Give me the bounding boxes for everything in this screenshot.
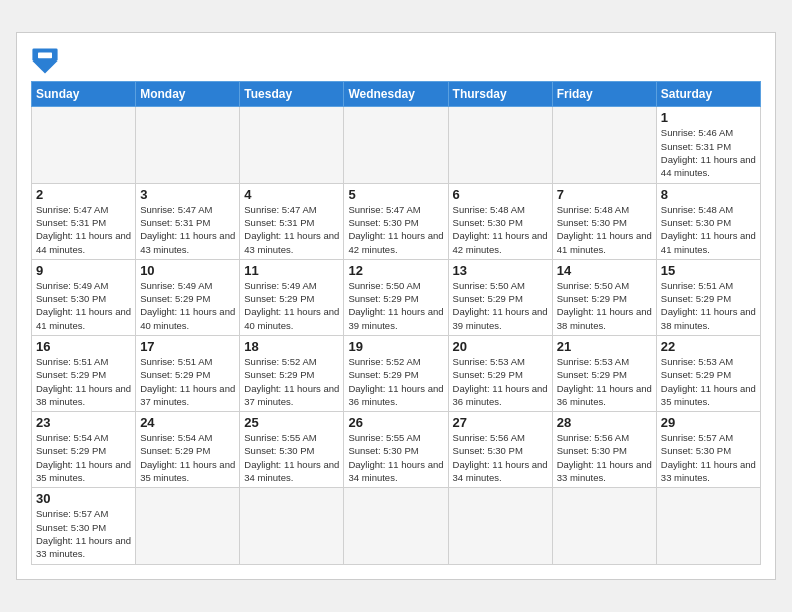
- day-cell: [32, 107, 136, 183]
- day-cell: 7Sunrise: 5:48 AMSunset: 5:30 PMDaylight…: [552, 183, 656, 259]
- cell-info: Sunrise: 5:51 AMSunset: 5:29 PMDaylight:…: [36, 355, 131, 408]
- day-number: 13: [453, 263, 548, 278]
- day-number: 2: [36, 187, 131, 202]
- day-cell: 11Sunrise: 5:49 AMSunset: 5:29 PMDayligh…: [240, 259, 344, 335]
- day-number: 14: [557, 263, 652, 278]
- cell-info: Sunrise: 5:47 AMSunset: 5:31 PMDaylight:…: [244, 203, 339, 256]
- day-cell: 14Sunrise: 5:50 AMSunset: 5:29 PMDayligh…: [552, 259, 656, 335]
- day-header-row: SundayMondayTuesdayWednesdayThursdayFrid…: [32, 82, 761, 107]
- day-number: 6: [453, 187, 548, 202]
- cell-info: Sunrise: 5:48 AMSunset: 5:30 PMDaylight:…: [453, 203, 548, 256]
- day-number: 9: [36, 263, 131, 278]
- week-row-2: 9Sunrise: 5:49 AMSunset: 5:30 PMDaylight…: [32, 259, 761, 335]
- day-number: 27: [453, 415, 548, 430]
- day-number: 4: [244, 187, 339, 202]
- day-number: 16: [36, 339, 131, 354]
- day-cell: 30Sunrise: 5:57 AMSunset: 5:30 PMDayligh…: [32, 488, 136, 564]
- day-number: 28: [557, 415, 652, 430]
- cell-info: Sunrise: 5:47 AMSunset: 5:31 PMDaylight:…: [140, 203, 235, 256]
- day-cell: 12Sunrise: 5:50 AMSunset: 5:29 PMDayligh…: [344, 259, 448, 335]
- day-cell: [656, 488, 760, 564]
- day-number: 26: [348, 415, 443, 430]
- day-cell: 2Sunrise: 5:47 AMSunset: 5:31 PMDaylight…: [32, 183, 136, 259]
- day-cell: [552, 107, 656, 183]
- day-cell: 1Sunrise: 5:46 AMSunset: 5:31 PMDaylight…: [656, 107, 760, 183]
- day-number: 22: [661, 339, 756, 354]
- day-cell: 21Sunrise: 5:53 AMSunset: 5:29 PMDayligh…: [552, 336, 656, 412]
- cell-info: Sunrise: 5:47 AMSunset: 5:31 PMDaylight:…: [36, 203, 131, 256]
- day-cell: [344, 107, 448, 183]
- day-cell: 3Sunrise: 5:47 AMSunset: 5:31 PMDaylight…: [136, 183, 240, 259]
- cell-info: Sunrise: 5:56 AMSunset: 5:30 PMDaylight:…: [453, 431, 548, 484]
- day-cell: [240, 107, 344, 183]
- day-header-friday: Friday: [552, 82, 656, 107]
- cell-info: Sunrise: 5:53 AMSunset: 5:29 PMDaylight:…: [557, 355, 652, 408]
- cell-info: Sunrise: 5:50 AMSunset: 5:29 PMDaylight:…: [453, 279, 548, 332]
- day-cell: [552, 488, 656, 564]
- week-row-1: 2Sunrise: 5:47 AMSunset: 5:31 PMDaylight…: [32, 183, 761, 259]
- cell-info: Sunrise: 5:50 AMSunset: 5:29 PMDaylight:…: [348, 279, 443, 332]
- day-cell: 28Sunrise: 5:56 AMSunset: 5:30 PMDayligh…: [552, 412, 656, 488]
- cell-info: Sunrise: 5:53 AMSunset: 5:29 PMDaylight:…: [661, 355, 756, 408]
- day-cell: [240, 488, 344, 564]
- day-number: 8: [661, 187, 756, 202]
- day-header-saturday: Saturday: [656, 82, 760, 107]
- calendar-container: SundayMondayTuesdayWednesdayThursdayFrid…: [16, 32, 776, 579]
- day-cell: 17Sunrise: 5:51 AMSunset: 5:29 PMDayligh…: [136, 336, 240, 412]
- day-cell: 22Sunrise: 5:53 AMSunset: 5:29 PMDayligh…: [656, 336, 760, 412]
- header-area: [31, 43, 761, 75]
- day-cell: 20Sunrise: 5:53 AMSunset: 5:29 PMDayligh…: [448, 336, 552, 412]
- day-cell: 16Sunrise: 5:51 AMSunset: 5:29 PMDayligh…: [32, 336, 136, 412]
- week-row-3: 16Sunrise: 5:51 AMSunset: 5:29 PMDayligh…: [32, 336, 761, 412]
- cell-info: Sunrise: 5:54 AMSunset: 5:29 PMDaylight:…: [36, 431, 131, 484]
- cell-info: Sunrise: 5:52 AMSunset: 5:29 PMDaylight:…: [348, 355, 443, 408]
- day-cell: 26Sunrise: 5:55 AMSunset: 5:30 PMDayligh…: [344, 412, 448, 488]
- day-cell: [344, 488, 448, 564]
- day-number: 15: [661, 263, 756, 278]
- day-number: 29: [661, 415, 756, 430]
- day-cell: [136, 107, 240, 183]
- day-number: 20: [453, 339, 548, 354]
- calendar-table: SundayMondayTuesdayWednesdayThursdayFrid…: [31, 81, 761, 564]
- day-cell: 10Sunrise: 5:49 AMSunset: 5:29 PMDayligh…: [136, 259, 240, 335]
- cell-info: Sunrise: 5:51 AMSunset: 5:29 PMDaylight:…: [140, 355, 235, 408]
- general-blue-icon: [31, 47, 59, 75]
- cell-info: Sunrise: 5:49 AMSunset: 5:29 PMDaylight:…: [244, 279, 339, 332]
- day-number: 18: [244, 339, 339, 354]
- day-cell: 27Sunrise: 5:56 AMSunset: 5:30 PMDayligh…: [448, 412, 552, 488]
- day-number: 12: [348, 263, 443, 278]
- cell-info: Sunrise: 5:47 AMSunset: 5:30 PMDaylight:…: [348, 203, 443, 256]
- day-number: 25: [244, 415, 339, 430]
- day-header-tuesday: Tuesday: [240, 82, 344, 107]
- cell-info: Sunrise: 5:54 AMSunset: 5:29 PMDaylight:…: [140, 431, 235, 484]
- day-number: 11: [244, 263, 339, 278]
- day-cell: 13Sunrise: 5:50 AMSunset: 5:29 PMDayligh…: [448, 259, 552, 335]
- cell-info: Sunrise: 5:55 AMSunset: 5:30 PMDaylight:…: [348, 431, 443, 484]
- day-number: 7: [557, 187, 652, 202]
- day-cell: 23Sunrise: 5:54 AMSunset: 5:29 PMDayligh…: [32, 412, 136, 488]
- svg-marker-1: [32, 61, 57, 74]
- day-number: 30: [36, 491, 131, 506]
- cell-info: Sunrise: 5:48 AMSunset: 5:30 PMDaylight:…: [661, 203, 756, 256]
- day-cell: 6Sunrise: 5:48 AMSunset: 5:30 PMDaylight…: [448, 183, 552, 259]
- day-number: 19: [348, 339, 443, 354]
- day-number: 1: [661, 110, 756, 125]
- day-cell: 5Sunrise: 5:47 AMSunset: 5:30 PMDaylight…: [344, 183, 448, 259]
- day-header-wednesday: Wednesday: [344, 82, 448, 107]
- cell-info: Sunrise: 5:57 AMSunset: 5:30 PMDaylight:…: [36, 507, 131, 560]
- day-cell: 24Sunrise: 5:54 AMSunset: 5:29 PMDayligh…: [136, 412, 240, 488]
- logo: [31, 47, 63, 75]
- day-cell: [448, 107, 552, 183]
- cell-info: Sunrise: 5:48 AMSunset: 5:30 PMDaylight:…: [557, 203, 652, 256]
- cell-info: Sunrise: 5:55 AMSunset: 5:30 PMDaylight:…: [244, 431, 339, 484]
- day-cell: 4Sunrise: 5:47 AMSunset: 5:31 PMDaylight…: [240, 183, 344, 259]
- cell-info: Sunrise: 5:53 AMSunset: 5:29 PMDaylight:…: [453, 355, 548, 408]
- cell-info: Sunrise: 5:46 AMSunset: 5:31 PMDaylight:…: [661, 126, 756, 179]
- day-cell: 18Sunrise: 5:52 AMSunset: 5:29 PMDayligh…: [240, 336, 344, 412]
- day-cell: 19Sunrise: 5:52 AMSunset: 5:29 PMDayligh…: [344, 336, 448, 412]
- cell-info: Sunrise: 5:49 AMSunset: 5:29 PMDaylight:…: [140, 279, 235, 332]
- day-number: 5: [348, 187, 443, 202]
- week-row-0: 1Sunrise: 5:46 AMSunset: 5:31 PMDaylight…: [32, 107, 761, 183]
- day-cell: [448, 488, 552, 564]
- day-number: 23: [36, 415, 131, 430]
